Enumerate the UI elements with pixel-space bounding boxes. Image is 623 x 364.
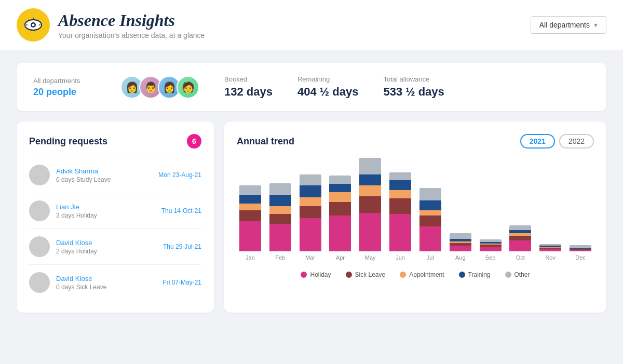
request-info: Advik Sharma 0 days Study Leave — [56, 167, 152, 183]
bar-col: Dec — [567, 245, 594, 261]
request-detail: 0 days Sick Leave — [56, 284, 156, 291]
bar-segment-training — [300, 185, 321, 197]
request-avatar — [29, 236, 50, 257]
legend-label: Sick Leave — [355, 271, 386, 278]
legend-dot — [346, 272, 352, 278]
bar-segment-other — [269, 183, 291, 195]
request-name: David Klose — [56, 275, 156, 282]
legend-item: Training — [459, 271, 491, 278]
bar-month-label: Feb — [275, 254, 285, 261]
trend-header: Annual trend 2021 2022 — [237, 134, 594, 149]
bar-month-label: May — [365, 254, 376, 261]
request-info: David Klose 2 days Holiday — [56, 239, 157, 255]
bar-segment-sick — [300, 206, 321, 218]
bar-col: Aug — [447, 233, 474, 261]
request-info: David Klose 0 days Sick Leave — [56, 275, 156, 291]
request-date: Thu 14-Oct-21 — [161, 207, 201, 214]
legend-label: Holiday — [310, 271, 331, 278]
svg-point-2 — [32, 24, 35, 26]
bar-stack — [359, 158, 381, 251]
bar-segment-sick — [269, 214, 291, 224]
bar-segment-holiday — [329, 215, 351, 251]
request-list: Advik Sharma 0 days Study Leave Mon 23-A… — [29, 157, 201, 300]
bar-col: Jul — [417, 188, 444, 261]
avatar: 🧑 — [177, 76, 199, 99]
request-item[interactable]: David Klose 2 days Holiday Thu 29-Jul-21 — [29, 228, 201, 264]
app-subtitle: Your organisation's absence data, at a g… — [58, 31, 205, 39]
bar-col: Nov — [537, 244, 564, 261]
remaining-label: Remaining — [297, 75, 358, 83]
bar-stack — [480, 239, 502, 251]
bar-month-label: Aug — [455, 254, 466, 261]
request-detail: 0 days Study Leave — [56, 176, 152, 183]
bar-segment-appointment — [359, 185, 381, 196]
bar-stack — [329, 176, 351, 251]
request-item[interactable]: Lian Jie 3 days Holiday Thu 14-Oct-21 — [29, 193, 201, 228]
bar-segment-holiday — [450, 246, 471, 251]
bar-segment-sick — [239, 210, 261, 221]
people-count: 20 people — [33, 87, 96, 98]
people-avatars: 👩 👨 👩 🧑 — [120, 76, 199, 99]
bar-month-label: Jul — [427, 254, 434, 261]
year-buttons: 2021 2022 — [520, 134, 594, 149]
request-date: Mon 23-Aug-21 — [158, 171, 201, 179]
pending-badge: 6 — [187, 134, 201, 149]
bar-stack — [450, 233, 471, 251]
request-name: David Klose — [56, 239, 157, 247]
summary-card: All departments 20 people 👩 👨 👩 🧑 Booked… — [17, 63, 606, 111]
bar-segment-sick — [329, 202, 351, 215]
total-label: Total allowance — [383, 75, 444, 83]
bar-col: Apr — [327, 176, 354, 261]
app-title: Absence Insights — [58, 11, 205, 30]
logo-icon — [17, 8, 50, 42]
bar-segment-sick — [389, 198, 411, 214]
legend-label: Appointment — [409, 271, 444, 278]
bar-month-label: Jun — [396, 254, 405, 261]
remaining-stat: Remaining 404 ½ days — [297, 75, 358, 99]
request-date: Fri 07-May-21 — [162, 279, 201, 286]
bar-segment-other — [419, 188, 441, 200]
bar-segment-holiday — [239, 221, 261, 251]
department-dropdown[interactable]: All departments ▾ — [531, 16, 606, 34]
header: Absence Insights Your organisation's abs… — [0, 0, 623, 50]
bar-month-label: Nov — [545, 254, 556, 261]
bar-segment-training — [419, 200, 441, 210]
bar-month-label: Mar — [305, 254, 315, 261]
bar-segment-other — [359, 158, 381, 174]
request-item[interactable]: David Klose 0 days Sick Leave Fri 07-May… — [29, 264, 201, 300]
chart-legend: Holiday Sick Leave Appointment Training … — [237, 271, 594, 278]
bar-stack — [419, 188, 441, 251]
bar-segment-holiday — [269, 224, 291, 251]
bar-month-label: Apr — [336, 254, 345, 261]
bar-stack — [239, 185, 261, 251]
pending-requests-card: Pending requests 6 Advik Sharma 0 days S… — [17, 122, 214, 313]
year-2022-button[interactable]: 2022 — [559, 134, 594, 149]
booked-value: 132 days — [224, 85, 273, 99]
legend-item: Sick Leave — [346, 271, 386, 278]
bar-segment-holiday — [480, 247, 502, 251]
bar-segment-other — [450, 233, 471, 239]
header-left: Absence Insights Your organisation's abs… — [17, 8, 205, 42]
bar-segment-appointment — [389, 190, 411, 198]
booked-stat: Booked 132 days — [224, 75, 273, 99]
bar-segment-sick — [509, 236, 531, 240]
request-item[interactable]: Advik Sharma 0 days Study Leave Mon 23-A… — [29, 157, 201, 193]
bar-segment-other — [329, 176, 351, 184]
department-summary: All departments 20 people — [33, 77, 96, 98]
bar-segment-sick — [359, 196, 381, 213]
legend-item: Appointment — [400, 271, 444, 278]
chart-bars: JanFebMarAprMayJunJulAugSepOctNovDec — [237, 159, 594, 263]
request-detail: 3 days Holiday — [56, 212, 155, 219]
bar-month-label: Sep — [485, 254, 496, 261]
request-avatar — [29, 165, 50, 185]
bar-segment-holiday — [570, 250, 591, 251]
bar-segment-holiday — [300, 218, 321, 251]
remaining-value: 404 ½ days — [297, 85, 358, 99]
legend-dot — [301, 272, 307, 278]
bar-col: Jan — [237, 185, 264, 261]
bar-segment-holiday — [419, 226, 441, 251]
year-2021-button[interactable]: 2021 — [520, 134, 555, 149]
bar-segment-other — [300, 174, 321, 185]
total-value: 533 ½ days — [383, 85, 444, 99]
bar-col: Sep — [477, 239, 504, 261]
